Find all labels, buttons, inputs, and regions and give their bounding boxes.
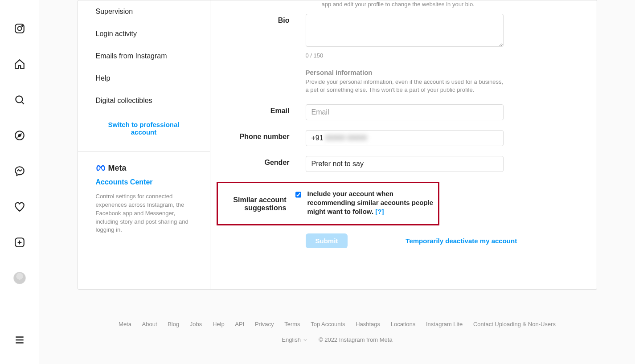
chevron-down-icon	[303, 337, 308, 343]
personal-info-heading: Personal information	[306, 69, 504, 76]
footer-link-meta[interactable]: Meta	[119, 321, 131, 327]
gender-label: Gender	[217, 156, 306, 167]
similar-suggestions-label: Similar account suggestions	[222, 193, 295, 212]
footer-link-hashtags[interactable]: Hashtags	[356, 321, 380, 327]
footer-link-instagram-lite[interactable]: Instagram Lite	[426, 321, 463, 327]
footer-link-about[interactable]: About	[142, 321, 157, 327]
switch-professional-link[interactable]: Switch to professional account	[78, 112, 210, 151]
svg-line-4	[21, 102, 24, 104]
accounts-center-link[interactable]: Accounts Center	[96, 178, 192, 186]
phone-hidden-digits: 00000 00000	[325, 134, 367, 142]
sidebar-item-login-activity[interactable]: Login activity	[78, 23, 210, 45]
similar-suggestions-desc: Include your account when recommending s…	[307, 189, 434, 217]
svg-point-1	[17, 27, 21, 31]
meta-brand-text: Meta	[108, 164, 127, 173]
similar-suggestions-help-link[interactable]: [?]	[375, 208, 384, 215]
heart-icon[interactable]	[9, 196, 30, 217]
footer-link-api[interactable]: API	[235, 321, 244, 327]
settings-sidebar: Supervision Login activity Emails from I…	[78, 0, 210, 289]
home-icon[interactable]	[9, 53, 30, 75]
language-selector[interactable]: English	[282, 336, 308, 343]
similar-suggestions-checkbox[interactable]	[295, 190, 301, 199]
footer-link-help[interactable]: Help	[213, 321, 225, 327]
svg-point-3	[16, 96, 22, 102]
page-footer: Meta About Blog Jobs Help API Privacy Te…	[39, 307, 635, 356]
bio-label: Bio	[217, 14, 306, 25]
meta-brand: Meta	[96, 163, 192, 173]
settings-form: app and edit your profile to change the …	[210, 0, 597, 289]
footer-link-contact-uploading[interactable]: Contact Uploading & Non-Users	[473, 321, 556, 327]
personal-info-desc: Provide your personal information, even …	[306, 78, 504, 94]
phone-input[interactable]: +91 00000 00000	[306, 130, 504, 146]
footer-link-blog[interactable]: Blog	[168, 321, 179, 327]
svg-point-2	[21, 25, 22, 26]
meta-icon	[96, 163, 106, 173]
profile-avatar[interactable]	[9, 267, 30, 289]
footer-links: Meta About Blog Jobs Help API Privacy Te…	[48, 321, 626, 327]
instagram-icon[interactable]	[9, 18, 30, 39]
footer-link-locations[interactable]: Locations	[391, 321, 416, 327]
hamburger-icon[interactable]	[9, 329, 30, 351]
search-icon[interactable]	[9, 89, 30, 110]
sidebar-item-supervision[interactable]: Supervision	[78, 0, 210, 23]
phone-prefix: +91	[311, 134, 324, 142]
copyright-text: © 2022 Instagram from Meta	[319, 336, 393, 343]
footer-link-privacy[interactable]: Privacy	[255, 321, 274, 327]
similar-suggestions-highlight: Similar account suggestions Include your…	[217, 182, 439, 226]
deactivate-account-link[interactable]: Temporarily deactivate my account	[406, 237, 517, 245]
footer-link-jobs[interactable]: Jobs	[190, 321, 202, 327]
messenger-icon[interactable]	[9, 160, 30, 182]
sidebar-item-help[interactable]: Help	[78, 67, 210, 90]
left-nav-rail	[0, 0, 39, 356]
footer-link-top-accounts[interactable]: Top Accounts	[311, 321, 345, 327]
sidebar-item-emails[interactable]: Emails from Instagram	[78, 45, 210, 67]
gender-input[interactable]	[306, 156, 504, 172]
bio-char-count: 0 / 150	[306, 52, 504, 59]
create-icon[interactable]	[9, 232, 30, 253]
footer-link-terms[interactable]: Terms	[284, 321, 300, 327]
email-label: Email	[217, 104, 306, 115]
explore-icon[interactable]	[9, 125, 30, 146]
accounts-center-description: Control settings for connected experienc…	[96, 192, 192, 234]
svg-marker-6	[18, 134, 21, 137]
language-label: English	[282, 336, 301, 343]
bio-input[interactable]	[306, 14, 504, 47]
website-note: app and edit your profile to change the …	[322, 0, 520, 8]
accounts-center-section: Meta Accounts Center Control settings fo…	[78, 151, 210, 249]
submit-button[interactable]: Submit	[306, 233, 348, 248]
settings-panel: Supervision Login activity Emails from I…	[78, 0, 597, 290]
email-input[interactable]	[306, 104, 504, 120]
sidebar-item-digital-collectibles[interactable]: Digital collectibles	[78, 90, 210, 112]
phone-label: Phone number	[217, 130, 306, 141]
